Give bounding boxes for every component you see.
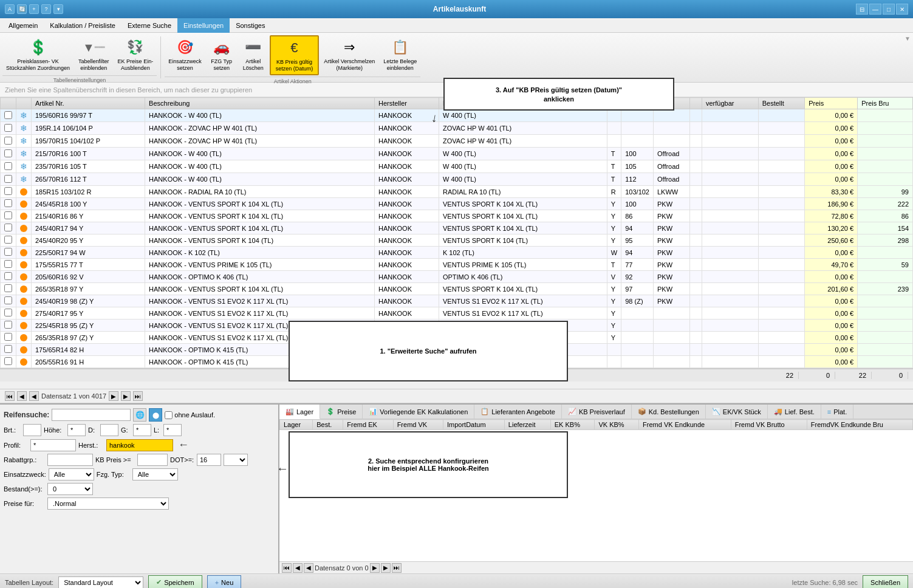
bestand-select[interactable]: 0	[47, 483, 93, 495]
inner-nav-first[interactable]: ⏮	[282, 563, 292, 573]
layout-select[interactable]: Standard Layout	[58, 576, 143, 589]
tab-ek-kalkulationen[interactable]: 📊 Vorliegende EK Kalkulationen	[363, 405, 474, 419]
col-header-beschreibung[interactable]: Beschreibung	[145, 98, 375, 109]
row-check[interactable]	[1, 222, 16, 234]
fzg-typ-select[interactable]: Alle	[132, 468, 178, 480]
row-check[interactable]	[1, 186, 16, 198]
menu-sonstiges[interactable]: Sonstiges	[230, 18, 271, 33]
inner-nav-next[interactable]: ▶	[370, 563, 380, 573]
row-check[interactable]	[1, 307, 16, 320]
row-check[interactable]	[1, 247, 16, 259]
hoehe-input[interactable]	[67, 424, 86, 436]
search-globe-btn[interactable]: 🌐	[133, 408, 146, 422]
new-button[interactable]: + Neu	[207, 575, 242, 589]
row-check[interactable]	[1, 320, 16, 332]
restore-button[interactable]: ⊟	[856, 4, 868, 15]
maximize-button[interactable]: □	[883, 4, 895, 15]
einsatzzweck-button[interactable]: 🎯 Einsatzzwecksetzen	[165, 35, 205, 75]
g-input[interactable]	[133, 424, 151, 436]
inner-nav-last[interactable]: ⏭	[392, 563, 402, 573]
tab-ek-vk[interactable]: 📉 EK/VK Stück	[706, 405, 768, 419]
inner-nav-prev-prev[interactable]: ◀	[293, 563, 303, 573]
nav-next[interactable]: ▶	[109, 391, 118, 401]
menu-kalkulation[interactable]: Kalkulation / Preisliste	[44, 18, 121, 33]
artikel-loeschen-button[interactable]: ➖ ArtikelLöschen	[238, 35, 268, 75]
dot-select[interactable]	[224, 454, 248, 466]
row-check[interactable]	[1, 356, 16, 368]
row-check[interactable]	[1, 332, 16, 344]
col-header-artikel-nr[interactable]: Artikel Nr.	[32, 98, 145, 109]
row-check[interactable]	[1, 198, 16, 210]
close-button[interactable]: ✕	[896, 4, 908, 15]
row-check[interactable]	[1, 122, 16, 135]
profil-input[interactable]	[30, 439, 76, 451]
reifensuche-input[interactable]	[52, 409, 131, 421]
close-button[interactable]: Schließen	[863, 575, 908, 589]
preisklassen-button[interactable]: 💲 Preisklassen- VKStückzahlen Zuordnunge…	[2, 35, 74, 74]
col-header-preis[interactable]: Preis	[805, 98, 858, 109]
menu-allgemein[interactable]: Allgemein	[2, 18, 44, 33]
tab-kd-bestellungen[interactable]: 📦 Kd. Bestellungen	[632, 405, 706, 419]
row-l1: T	[607, 160, 621, 173]
row-check[interactable]	[1, 344, 16, 356]
d-input[interactable]	[100, 424, 118, 436]
col-header-hersteller[interactable]: Hersteller	[374, 98, 439, 109]
dot-input[interactable]	[197, 454, 221, 466]
search-clear-btn[interactable]: ⬤	[149, 408, 162, 422]
tab-plat[interactable]: ≡ Plat.	[821, 405, 853, 419]
tab-preise[interactable]: 💲 Preise	[320, 405, 363, 419]
col-header-verfuegbar[interactable]: verfügbar	[702, 98, 758, 109]
fzg-typ-button[interactable]: 🚗 FZG Typsetzen	[207, 35, 237, 75]
tab-content-lager[interactable]: Lager Best. Fremd EK Fremd VK ImportDatu…	[279, 419, 913, 561]
title-bar-controls[interactable]: ⊟ — □ ✕	[856, 4, 908, 15]
row-check[interactable]	[1, 234, 16, 247]
kb-preis-input[interactable]	[137, 454, 168, 466]
kb-preis-label: KB Preis >=	[95, 456, 135, 463]
col-header-bestellt[interactable]: Bestellt	[758, 98, 804, 109]
row-profil: VENTUS SPORT K 104 XL (TL)	[439, 210, 607, 222]
ek-preise-button[interactable]: 💱 EK Preise Ein-Ausblenden	[114, 35, 157, 74]
ohne-auslauf-checkbox[interactable]	[165, 411, 173, 419]
tab-kb-preisverlauf[interactable]: 📈 KB Preisverlauf	[562, 405, 632, 419]
row-check[interactable]	[1, 173, 16, 186]
row-check[interactable]	[1, 259, 16, 271]
preise-fuer-select[interactable]: .Normal	[47, 497, 169, 510]
l-input[interactable]	[163, 424, 182, 436]
minimize-button[interactable]: —	[869, 4, 881, 15]
nav-next-next[interactable]: ▶	[121, 391, 131, 401]
inner-nav-next-next[interactable]: ▶	[381, 563, 391, 573]
nav-prev[interactable]: ◀	[29, 391, 39, 401]
brt-input[interactable]	[23, 424, 41, 436]
rabattgrp-input[interactable]	[47, 454, 93, 466]
menu-einstellungen[interactable]: Einstellungen	[177, 18, 230, 33]
save-button[interactable]: ✔ Speichern	[148, 575, 202, 589]
ohne-auslauf-label[interactable]: ohne Auslauf.	[165, 411, 215, 419]
row-preis: 0,00 €	[805, 135, 858, 148]
verschmelzen-button[interactable]: ⇒ Artikel Verschmelzen(Markierte)	[320, 35, 378, 75]
row-check[interactable]	[1, 295, 16, 307]
col-header-preis-brutto[interactable]: Preis Bru	[858, 98, 913, 109]
row-check[interactable]	[1, 160, 16, 173]
einsatzzweck-select[interactable]: Alle	[49, 468, 94, 480]
menu-externe-suche[interactable]: Externe Suche	[121, 18, 177, 33]
tab-lief-best[interactable]: 🚚 Lief. Best.	[768, 405, 821, 419]
main-grid-area[interactable]: Artikel Nr. Beschreibung Hersteller Prof…	[0, 97, 913, 389]
nav-first[interactable]: ⏮	[5, 391, 15, 401]
row-check[interactable]	[1, 271, 16, 283]
inner-nav-prev[interactable]: ◀	[304, 563, 313, 573]
row-check[interactable]	[1, 148, 16, 160]
nav-last[interactable]: ⏭	[133, 391, 143, 401]
nav-prev-prev[interactable]: ◀	[17, 391, 27, 401]
row-check[interactable]	[1, 283, 16, 295]
row-check[interactable]	[1, 109, 16, 122]
col-header-profil[interactable]: Profil	[439, 98, 607, 109]
kb-preis-button[interactable]: € KB Preis gültigsetzen (Datum)	[270, 35, 320, 75]
row-check[interactable]	[1, 210, 16, 222]
herst-input[interactable]	[106, 439, 173, 451]
tab-lager[interactable]: 🏭 Lager	[279, 405, 320, 419]
tabellenfilter-button[interactable]: ▼═══ Tabellenfiltereinblenden	[75, 35, 113, 74]
tab-lieferanten[interactable]: 📋 Lieferanten Angebote	[474, 405, 562, 419]
row-check[interactable]	[1, 135, 16, 148]
toolbar-expand-icon[interactable]: ▼	[904, 35, 911, 42]
belege-button[interactable]: 📋 Letzte Belegeeinblenden	[380, 35, 420, 75]
